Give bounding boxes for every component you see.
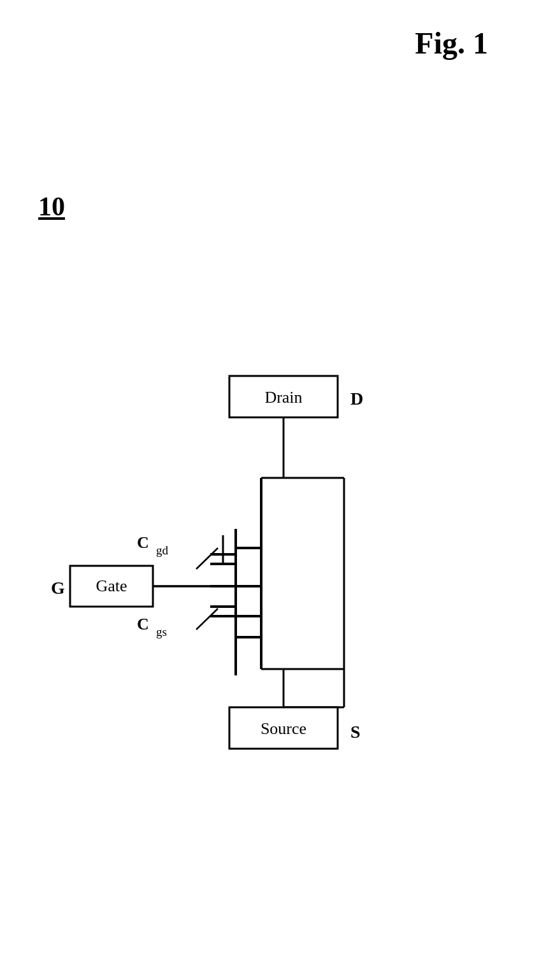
d-terminal-label: D xyxy=(350,389,363,408)
page: Fig. 1 10 Drain D xyxy=(0,0,539,980)
cgd-label: C xyxy=(137,533,149,552)
svg-line-25 xyxy=(196,548,218,569)
cgs-subscript: gs xyxy=(156,625,167,638)
source-label: Source xyxy=(261,719,306,738)
svg-line-26 xyxy=(196,609,218,630)
s-terminal-label: S xyxy=(350,722,361,742)
gate-label: Gate xyxy=(96,577,127,595)
figure-reference-number: 10 xyxy=(38,191,65,222)
figure-title: Fig. 1 xyxy=(415,25,488,61)
cgs-label: C xyxy=(137,615,149,633)
g-terminal-label: G xyxy=(51,578,65,598)
drain-label: Drain xyxy=(264,388,302,407)
circuit-diagram: Drain D xyxy=(38,370,497,956)
cgd-subscript: gd xyxy=(156,544,169,557)
